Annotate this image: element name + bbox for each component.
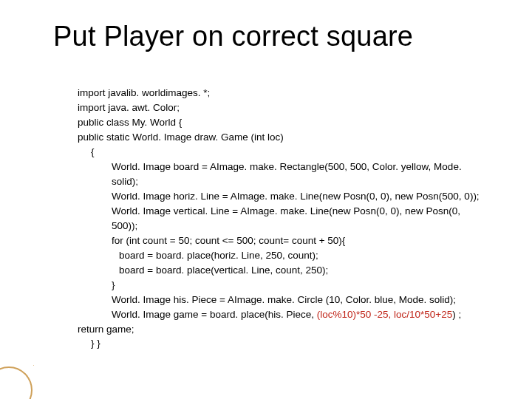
code-line: board = board. place(horiz. Line, 250, c… (78, 248, 488, 263)
code-line: public static World. Image draw. Game (i… (78, 130, 488, 145)
highlight-text: (loc%10)*50 -25, loc/10*50+25 (317, 309, 453, 320)
code-line: for (int count = 50; count <= 500; count… (78, 233, 488, 248)
code-line: import java. awt. Color; (78, 100, 488, 115)
code-line: public class My. World { (78, 115, 488, 130)
code-line: World. Image board = AImage. make. Recta… (78, 160, 488, 189)
code-line: { (78, 145, 488, 160)
code-line: import javalib. worldimages. *; (78, 86, 488, 100)
code-line: } } (78, 336, 488, 351)
slide: Put Player on correct square import java… (0, 0, 532, 399)
code-text: World. Image game = board. place(his. Pi… (112, 309, 317, 320)
slide-title: Put Player on correct square (53, 21, 502, 52)
corner-decoration (0, 365, 34, 399)
code-line: } (78, 278, 488, 293)
code-line: World. Image his. Piece = AImage. make. … (78, 293, 488, 307)
code-line: World. Image game = board. place(his. Pi… (78, 307, 488, 322)
code-line: World. Image horiz. Line = AImage. make.… (78, 189, 488, 204)
code-line: World. Image vertical. Line = AImage. ma… (78, 204, 488, 233)
code-text: ) ; (452, 309, 461, 320)
code-line: return game; (78, 322, 488, 337)
code-line: board = board. place(vertical. Line, cou… (78, 263, 488, 278)
code-block: import javalib. worldimages. *; import j… (78, 86, 488, 351)
